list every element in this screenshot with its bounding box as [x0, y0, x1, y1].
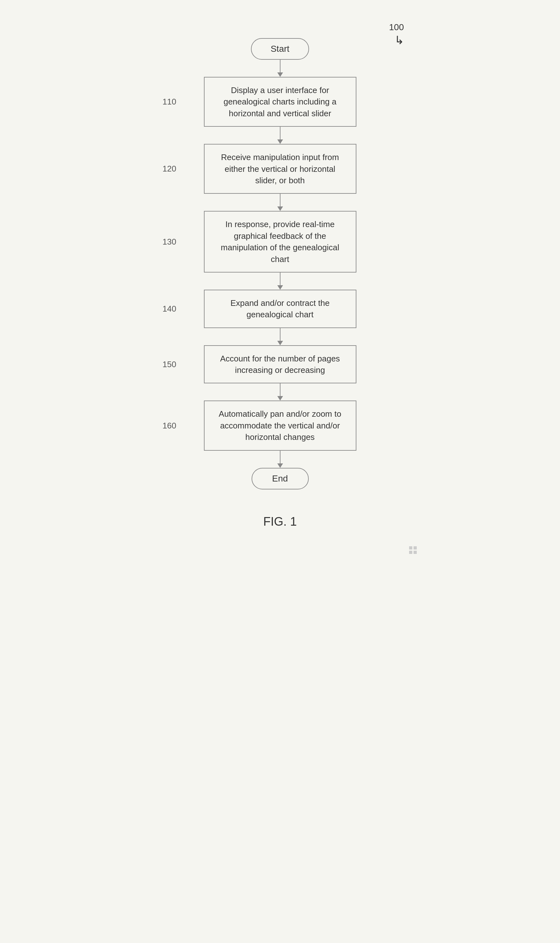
step-120-box: Receive manipulation input from either t… — [204, 144, 356, 194]
step-110-label: 110 — [163, 97, 176, 107]
step-140-box: Expand and/or contract the genealogical … — [204, 290, 356, 328]
step-140-label: 140 — [163, 304, 176, 314]
step-120-row: 120 Receive manipulation input from eith… — [143, 144, 417, 194]
connector-start-110 — [277, 60, 283, 77]
connector-arrow — [277, 285, 283, 290]
figure-reference: 100 ↳ — [389, 22, 404, 47]
step-110-row: 110 Display a user interface for genealo… — [143, 77, 417, 127]
tick-row-2 — [409, 551, 417, 554]
step-150-label: 150 — [163, 360, 176, 369]
connector-140-150 — [277, 328, 283, 345]
step-130-label: 130 — [163, 237, 176, 247]
connector-120-130 — [277, 194, 283, 211]
start-node: Start — [251, 38, 309, 60]
step-130-box: In response, provide real-time graphical… — [204, 211, 356, 272]
step-160-label: 160 — [163, 421, 176, 431]
connector-arrow — [277, 396, 283, 400]
step-160-box: Automatically pan and/or zoom to accommo… — [204, 400, 356, 451]
connector-arrow — [277, 341, 283, 345]
figure-ref-number: 100 — [389, 22, 404, 32]
tick — [409, 551, 412, 554]
page: 100 ↳ Start 110 Display a user interface… — [137, 13, 423, 560]
connector-line — [280, 194, 280, 206]
step-150-box: Account for the number of pages increasi… — [204, 345, 356, 384]
step-110-box: Display a user interface for genealogica… — [204, 77, 356, 127]
step-160-row: 160 Automatically pan and/or zoom to acc… — [143, 400, 417, 451]
figure-caption: FIG. 1 — [263, 515, 297, 529]
end-node: End — [252, 468, 309, 489]
connector-arrow — [277, 140, 283, 144]
connector-line — [280, 60, 280, 72]
tick — [409, 546, 412, 549]
flowchart: Start 110 Display a user interface for g… — [143, 38, 417, 489]
step-150-row: 150 Account for the number of pages incr… — [143, 345, 417, 384]
tick-marks — [409, 546, 417, 554]
tick-row-1 — [409, 546, 417, 549]
tick — [414, 551, 417, 554]
step-130-row: 130 In response, provide real-time graph… — [143, 211, 417, 272]
connector-130-140 — [277, 272, 283, 290]
connector-arrow — [277, 463, 283, 468]
connector-line — [280, 328, 280, 341]
connector-150-160 — [277, 383, 283, 400]
connector-line — [280, 383, 280, 396]
connector-line — [280, 272, 280, 285]
connector-arrow — [277, 72, 283, 77]
connector-arrow — [277, 206, 283, 211]
step-120-label: 120 — [163, 164, 176, 174]
step-140-row: 140 Expand and/or contract the genealogi… — [143, 290, 417, 328]
figure-ref-arrow: ↳ — [389, 34, 404, 47]
connector-160-end — [277, 451, 283, 468]
connector-110-120 — [277, 127, 283, 144]
tick — [414, 546, 417, 549]
connector-line — [280, 451, 280, 463]
connector-line — [280, 127, 280, 140]
